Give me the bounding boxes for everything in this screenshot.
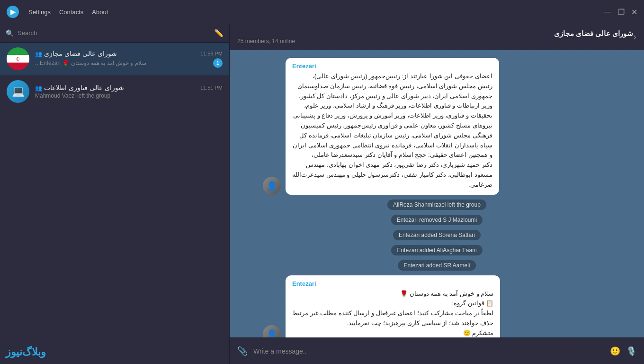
chat-header-name: شورای عالی فضای مجازی <box>237 29 633 38</box>
input-bar: 📎 🙂 🎙️ <box>230 337 644 364</box>
message-bubble: Entezari اعضای حقوقی این شورا عبارتند از… <box>286 58 499 195</box>
search-icon: 🔍 <box>6 29 14 37</box>
avatar: ☪ <box>7 47 29 70</box>
titlebar-menu: Settings Contacts About <box>28 9 108 16</box>
message-text: اعضای حقوقی این شورا عبارتند از: رئیس‌جم… <box>292 72 492 190</box>
chat-header-info: شورای عالی فضای مجازی 25 members, 14 onl… <box>237 29 633 45</box>
chat-time: 11:56 PM <box>200 51 223 56</box>
menu-settings[interactable]: Settings <box>28 9 51 16</box>
system-message: Entezari added AliAsghar Faani <box>391 245 482 255</box>
chat-name: 👥 شورای عالی فناوری اطلاعات <box>35 84 124 91</box>
close-button[interactable]: ✕ <box>631 8 637 17</box>
system-message: Entezari added SR Aameli <box>398 260 475 271</box>
emoji-icon[interactable]: 🙂 <box>610 346 620 356</box>
watermark: وبلاگ‌نیوز <box>6 346 46 358</box>
message-row: 👤 Entezari اعضای حقوقی این شورا عبارتند … <box>263 58 635 195</box>
window-controls: — ❐ ✕ <box>604 8 637 17</box>
group-icon: 👥 <box>35 51 42 57</box>
voice-icon[interactable]: 🎙️ <box>626 346 636 356</box>
chat-item[interactable]: ☪ 👥 شورای عالی فضای مجازی 11:56 PM ...En… <box>0 43 229 75</box>
search-bar: 🔍 ✏️ <box>0 24 229 43</box>
chat-item[interactable]: 💻 👥 شورای عالی فناوری اطلاعات 11:51 PM M… <box>0 75 229 108</box>
chat-meta: 👥 شورای عالی فناوری اطلاعات 11:51 PM Mah… <box>35 84 223 99</box>
chat-meta: 👥 شورای عالی فضای مجازی 11:56 PM ...Ente… <box>35 50 223 68</box>
chat-preview: ...Entezari 🌹 سلام و خوش آمد به همه دوست… <box>35 60 146 66</box>
chat-time: 11:51 PM <box>200 85 223 91</box>
sender-avatar: 👤 <box>263 177 281 195</box>
message-input[interactable] <box>253 347 604 355</box>
messages-area: 👤 Entezari اعضای حقوقی این شورا عبارتند … <box>230 50 644 337</box>
menu-about[interactable]: About <box>92 9 108 16</box>
message-bubble: Entezari سلام و خوش آمد به همه دوستان 🌹 … <box>286 275 500 337</box>
message-sender: Entezari <box>292 280 493 287</box>
message-text: سلام و خوش آمد به همه دوستان 🌹 📋 قوانین … <box>292 289 493 337</box>
app-body: 🔍 ✏️ ☪ 👥 شورای عالی فضای مجازی <box>0 24 644 364</box>
message-row: 👤 Entezari سلام و خوش آمد به همه دوستان … <box>263 275 635 337</box>
group-icon: 👥 <box>35 85 42 91</box>
chat-header-arrow-icon[interactable]: › <box>633 31 636 42</box>
system-message: Entezari added Sorena Sattari <box>393 230 481 240</box>
attachment-icon[interactable]: 📎 <box>237 346 248 356</box>
menu-contacts[interactable]: Contacts <box>59 9 83 16</box>
titlebar: ▶ Settings Contacts About — ❐ ✕ <box>0 0 644 24</box>
unread-badge: 1 <box>213 58 223 68</box>
avatar: 💻 <box>7 80 29 103</box>
search-input[interactable] <box>18 29 210 36</box>
message-sender: Entezari <box>292 63 492 70</box>
chat-name: 👥 شورای عالی فضای مجازی <box>35 50 117 57</box>
sender-avatar: 👤 <box>263 325 281 337</box>
chat-header: شورای عالی فضای مجازی 25 members, 14 onl… <box>230 24 644 50</box>
system-message: Entezari removed S J Mazloumi <box>391 215 483 225</box>
app-logo: ▶ <box>7 6 19 18</box>
minimize-button[interactable]: — <box>604 8 611 17</box>
chat-list: ☪ 👥 شورای عالی فضای مجازی 11:56 PM ...En… <box>0 43 229 364</box>
chat-header-subtitle: 25 members, 14 online <box>237 38 633 45</box>
chat-window: شورای عالی فضای مجازی 25 members, 14 onl… <box>230 24 644 364</box>
restore-button[interactable]: ❐ <box>618 8 625 17</box>
system-message: AliReza Shahmirzaei left the group <box>387 200 486 210</box>
compose-icon[interactable]: ✏️ <box>214 28 224 37</box>
sidebar: 🔍 ✏️ ☪ 👥 شورای عالی فضای مجازی <box>0 24 230 364</box>
chat-preview: Mahmoud Vaezi left the group <box>35 92 110 99</box>
